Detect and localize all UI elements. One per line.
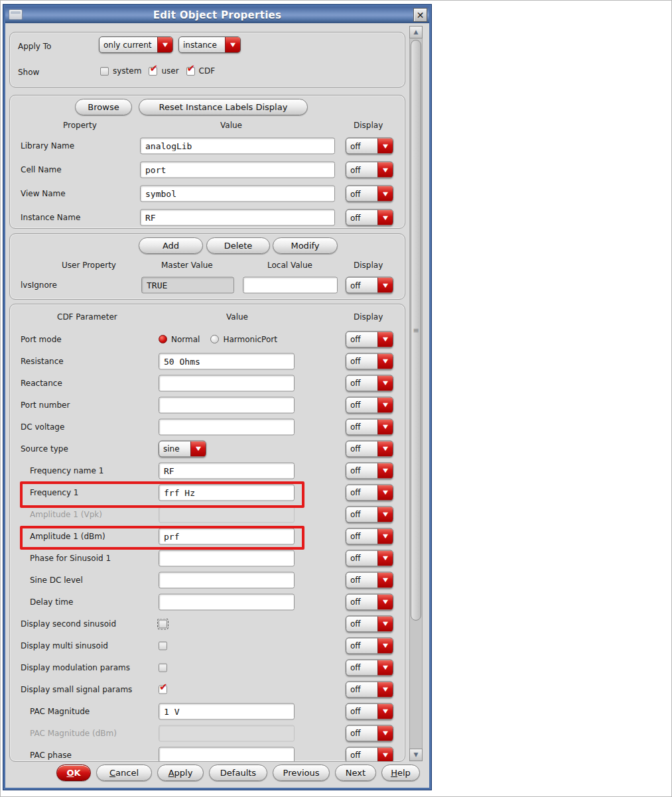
add-button[interactable]: Add	[139, 237, 203, 254]
view-name-display-dropdown[interactable]: off ▼	[346, 186, 393, 202]
help-button[interactable]: Help	[381, 765, 420, 781]
scrollbar-thumb[interactable]: ≡	[411, 40, 421, 621]
port-mode-harmonicport-radio[interactable]	[210, 335, 219, 343]
frequency-1-display-dropdown[interactable]: off ▼	[346, 484, 393, 501]
cell-name-input[interactable]	[140, 162, 335, 178]
dc-voltage-input[interactable]	[159, 418, 295, 435]
user-checkbox[interactable]: ✔	[149, 67, 157, 76]
dropdown-arrow-button[interactable]: ▼	[377, 485, 393, 500]
window-menu-icon[interactable]	[9, 9, 23, 20]
dropdown-arrow-button[interactable]: ▼	[377, 507, 393, 522]
frequency-name-1-display-dropdown[interactable]: off ▼	[346, 462, 393, 479]
delete-button[interactable]: Delete	[206, 237, 270, 254]
display-second-sinusoid-checkbox[interactable]: ✔	[159, 619, 167, 628]
dropdown-arrow-button[interactable]: ▼	[157, 37, 172, 52]
dc-voltage-display-dropdown[interactable]: off ▼	[346, 418, 393, 435]
dropdown-arrow-button[interactable]: ▼	[377, 638, 393, 653]
next-button[interactable]: Next	[335, 765, 376, 781]
dropdown-arrow-button[interactable]: ▼	[377, 725, 393, 741]
dropdown-arrow-button[interactable]: ▼	[377, 353, 393, 369]
vertical-scrollbar[interactable]: ▲ ≡ ▼	[409, 26, 423, 761]
dropdown-arrow-button[interactable]: ▼	[377, 441, 393, 456]
view-name-input[interactable]	[140, 186, 335, 202]
pac-phase-input[interactable]	[159, 747, 295, 762]
pac-phase-display-dropdown[interactable]: off ▼	[346, 747, 393, 762]
modify-button[interactable]: Modify	[273, 237, 338, 254]
source-type-display-dropdown[interactable]: off ▼	[346, 440, 393, 457]
browse-button[interactable]: Browse	[75, 99, 132, 115]
pac-magnitude-display-dropdown[interactable]: off ▼	[346, 703, 393, 719]
resistance-input[interactable]	[159, 353, 295, 369]
reset-instance-labels-button[interactable]: Reset Instance Labels Display	[139, 99, 308, 115]
dropdown-arrow-button[interactable]: ▼	[377, 278, 393, 293]
phase-for-sinusoid-1-display-dropdown[interactable]: off ▼	[346, 550, 393, 566]
reactance-display-dropdown[interactable]: off ▼	[346, 375, 393, 391]
phase-for-sinusoid-1-input[interactable]	[159, 550, 295, 566]
display-small-signal-params-checkbox[interactable]: ✔	[159, 685, 167, 694]
dropdown-arrow-button[interactable]: ▼	[190, 441, 206, 456]
instance-name-input[interactable]	[140, 210, 335, 226]
dropdown-arrow-button[interactable]: ▼	[225, 37, 240, 52]
dropdown-arrow-button[interactable]: ▼	[377, 616, 393, 631]
dropdown-arrow-button[interactable]: ▼	[377, 419, 393, 434]
dropdown-arrow-button[interactable]: ▼	[377, 397, 393, 412]
resistance-display-dropdown[interactable]: off ▼	[346, 353, 393, 369]
ok-button[interactable]: OK	[56, 765, 91, 781]
port-mode-normal-radio[interactable]	[159, 335, 167, 343]
scrollbar-track[interactable]: ≡	[409, 38, 423, 749]
port-number-input[interactable]	[159, 397, 295, 413]
amplitude-1-dbm-display-dropdown[interactable]: off ▼	[346, 528, 393, 544]
delay-time-input[interactable]	[159, 593, 295, 610]
library-name-input[interactable]	[140, 138, 335, 154]
defaults-button[interactable]: Defaults	[209, 765, 267, 781]
port-number-display-dropdown[interactable]: off ▼	[346, 397, 393, 413]
dropdown-arrow-button[interactable]: ▼	[377, 162, 393, 178]
lvsignore-local-value-input[interactable]	[243, 277, 338, 294]
dropdown-arrow-button[interactable]: ▼	[377, 594, 393, 609]
display-modulation-params-display-dropdown[interactable]: off ▼	[346, 659, 393, 676]
cancel-button[interactable]: Cancel	[96, 765, 152, 781]
display-second-sinusoid-display-dropdown[interactable]: off ▼	[346, 615, 393, 632]
display-multi-sinusoid-display-dropdown[interactable]: off ▼	[346, 637, 393, 654]
dropdown-arrow-button[interactable]: ▼	[377, 528, 393, 544]
delay-time-display-dropdown[interactable]: off ▼	[346, 593, 393, 610]
pac-magnitude-input[interactable]	[159, 703, 295, 719]
reactance-input[interactable]	[159, 375, 295, 391]
amplitude-1-dbm-input[interactable]	[159, 528, 295, 544]
library-name-display-dropdown[interactable]: off ▼	[346, 138, 393, 154]
display-modulation-params-checkbox[interactable]: ✔	[159, 663, 167, 672]
pac-magnitude-dbm-display-dropdown[interactable]: off ▼	[346, 725, 393, 741]
sine-dc-level-input[interactable]	[159, 572, 295, 588]
dropdown-arrow-button[interactable]: ▼	[377, 210, 393, 225]
dropdown-arrow-button[interactable]: ▼	[377, 332, 393, 347]
dropdown-arrow-button[interactable]: ▼	[377, 375, 393, 391]
dropdown-arrow-button[interactable]: ▼	[377, 572, 393, 587]
dropdown-arrow-button[interactable]: ▼	[377, 139, 393, 154]
apply-scope-dropdown[interactable]: only current ▼	[99, 36, 173, 53]
dropdown-arrow-button[interactable]: ▼	[377, 704, 393, 719]
apply-target-dropdown[interactable]: instance ▼	[178, 36, 241, 53]
dropdown-arrow-button[interactable]: ▼	[377, 660, 393, 675]
instance-name-display-dropdown[interactable]: off ▼	[346, 210, 393, 226]
close-button[interactable]: ✕	[413, 8, 427, 22]
port-mode-display-dropdown[interactable]: off ▼	[346, 331, 393, 347]
previous-button[interactable]: Previous	[273, 765, 330, 781]
amplitude-1-vpk-display-dropdown[interactable]: off ▼	[346, 506, 393, 522]
dropdown-arrow-button[interactable]: ▼	[377, 186, 393, 202]
dropdown-arrow-button[interactable]: ▼	[377, 747, 393, 762]
scroll-down-button[interactable]: ▼	[409, 749, 423, 761]
lvsignore-display-dropdown[interactable]: off ▼	[346, 277, 393, 294]
frequency-name-1-input[interactable]	[159, 462, 295, 479]
system-checkbox[interactable]: ✔	[100, 67, 109, 76]
lvsignore-master-value-input[interactable]	[141, 277, 234, 294]
display-multi-sinusoid-checkbox[interactable]: ✔	[159, 641, 167, 650]
sine-dc-level-display-dropdown[interactable]: off ▼	[346, 572, 393, 588]
cdf-checkbox[interactable]: ✔	[186, 67, 195, 76]
dropdown-arrow-button[interactable]: ▼	[377, 463, 393, 478]
dropdown-arrow-button[interactable]: ▼	[377, 550, 393, 566]
scroll-up-button[interactable]: ▲	[409, 26, 423, 38]
source-type-dropdown[interactable]: sine ▼	[159, 440, 206, 457]
frequency-1-input[interactable]	[159, 484, 295, 501]
apply-button[interactable]: Apply	[157, 765, 204, 781]
dropdown-arrow-button[interactable]: ▼	[377, 682, 393, 697]
